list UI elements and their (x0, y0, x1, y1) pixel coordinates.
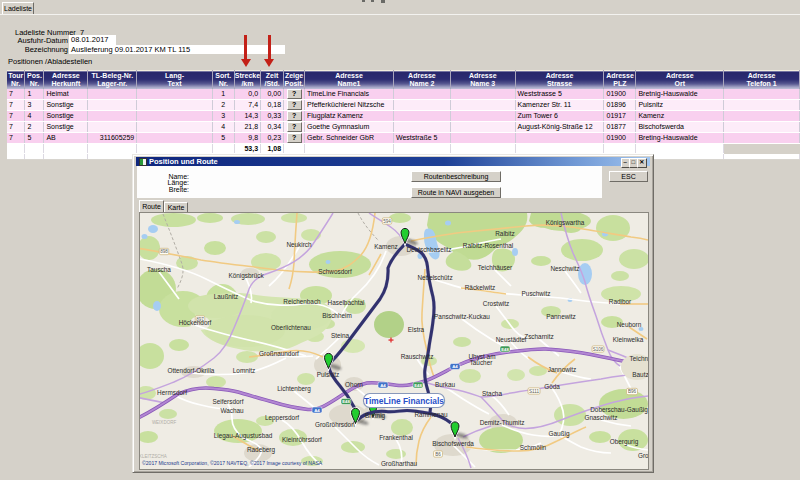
svg-text:Bautzen: Bautzen (632, 371, 648, 378)
svg-text:Burkau: Burkau (435, 381, 456, 388)
svg-text:Stacha: Stacha (482, 390, 502, 397)
svg-text:Kamenz: Kamenz (374, 243, 397, 250)
svg-text:Pannewitz: Pannewitz (546, 313, 576, 320)
svg-text:Ralbitz-Rosenthal: Ralbitz-Rosenthal (463, 242, 513, 249)
svg-text:TimeLine Financials: TimeLine Financials (364, 396, 444, 406)
svg-text:Neukirch: Neukirch (286, 241, 312, 248)
svg-text:Demitz-Thumitz: Demitz-Thumitz (480, 419, 525, 426)
svg-text:A4: A4 (380, 383, 386, 388)
svg-text:Laußnitz: Laußnitz (214, 293, 239, 300)
svg-text:Steina: Steina (331, 332, 350, 339)
svg-text:Crostwitz: Crostwitz (483, 300, 509, 307)
svg-text:Teichhäuser: Teichhäuser (478, 264, 513, 271)
svg-text:Neschwitz: Neschwitz (550, 265, 579, 272)
svg-text:S111: S111 (529, 389, 539, 394)
svg-text:Großröhrsdorf: Großröhrsdorf (315, 421, 355, 428)
svg-text:Ottendorf-Okrilla: Ottendorf-Okrilla (168, 367, 215, 374)
svg-text:Gnaschwitz: Gnaschwitz (584, 414, 617, 421)
svg-text:A4: A4 (452, 364, 458, 369)
svg-text:Räckelwitz: Räckelwitz (465, 284, 496, 291)
svg-text:Göda: Göda (544, 383, 560, 390)
svg-text:Hermsdorf: Hermsdorf (157, 389, 187, 396)
svg-text:Oberlichtenau: Oberlichtenau (271, 324, 311, 331)
svg-text:E48: E48 (414, 383, 422, 388)
svg-text:Seifersdorf: Seifersdorf (213, 398, 244, 405)
svg-text:Neustädtel: Neustädtel (496, 336, 527, 343)
svg-text:Neuborn: Neuborn (617, 321, 642, 328)
svg-text:Wachau: Wachau (220, 407, 244, 414)
svg-text:Radeberg: Radeberg (247, 446, 276, 454)
svg-text:Leppersdorf: Leppersdorf (265, 414, 299, 422)
svg-text:Ohorn: Ohorn (345, 381, 363, 388)
svg-text:Teichnitz: Teichnitz (630, 355, 648, 362)
svg-text:Kleinröhrsdorf: Kleinröhrsdorf (282, 436, 322, 443)
svg-text:WEIXDORF: WEIXDORF (152, 420, 177, 425)
svg-text:Ralbitz: Ralbitz (495, 230, 515, 237)
svg-text:S106: S106 (593, 347, 604, 352)
svg-text:©2017 Microsoft Corporation, ©: ©2017 Microsoft Corporation, ©2017 NAVTE… (142, 460, 323, 466)
svg-text:Königsbrück: Königsbrück (228, 272, 264, 280)
svg-text:KLEITZSCHA: KLEITZSCHA (140, 454, 167, 459)
svg-text:Höckendorf: Höckendorf (179, 319, 212, 326)
svg-text:Obergurig: Obergurig (610, 438, 639, 446)
svg-text:Jannowitz: Jannowitz (548, 366, 576, 373)
svg-text:Puschwitz: Puschwitz (522, 290, 551, 297)
svg-text:B96: B96 (628, 389, 637, 394)
svg-text:Lomnitz: Lomnitz (233, 367, 255, 374)
svg-text:Radibor: Radibor (609, 298, 632, 305)
svg-text:Tauscha: Tauscha (147, 266, 171, 273)
svg-text:Elstra: Elstra (408, 326, 425, 333)
svg-text:Gaußig: Gaußig (549, 430, 570, 438)
svg-text:Deutschbaselitz: Deutschbaselitz (406, 246, 451, 253)
svg-text:E48: E48 (501, 347, 509, 352)
svg-text:E48: E48 (342, 399, 350, 404)
svg-text:B6: B6 (435, 452, 441, 457)
svg-text:Schwosdorf: Schwosdorf (318, 268, 352, 275)
svg-text:Reichenbach: Reichenbach (283, 298, 321, 305)
svg-text:Bischheim: Bischheim (322, 312, 351, 319)
svg-text:Rammenau: Rammenau (414, 411, 447, 418)
svg-text:Taucher: Taucher (470, 359, 494, 366)
svg-text:Kleinwelka: Kleinwelka (613, 336, 644, 343)
svg-text:Schmölln: Schmölln (520, 444, 547, 451)
svg-text:Großh: Großh (638, 452, 648, 459)
svg-text:Großnaundorf: Großnaundorf (259, 350, 299, 357)
svg-text:Zscharnitz: Zscharnitz (524, 333, 553, 340)
svg-text:Rauschwitz: Rauschwitz (401, 353, 434, 360)
svg-text:Bretnig: Bretnig (365, 412, 386, 420)
svg-text:Haselbachtal: Haselbachtal (328, 299, 365, 306)
svg-text:Königswartha: Königswartha (546, 219, 585, 227)
svg-text:Pulsnitz: Pulsnitz (317, 371, 339, 378)
svg-text:A4: A4 (314, 408, 320, 413)
svg-text:Großharthau: Großharthau (381, 460, 418, 467)
svg-text:Lichtenberg: Lichtenberg (277, 385, 311, 393)
svg-text:Doberschau-Gaußig: Doberschau-Gaußig (590, 406, 648, 414)
svg-text:Liegau-Augustusbad: Liegau-Augustusbad (214, 432, 273, 440)
svg-text:594: 594 (383, 219, 391, 224)
svg-text:Bischofswerda: Bischofswerda (432, 440, 474, 447)
svg-text:Nebelschütz: Nebelschütz (417, 274, 452, 281)
svg-text:Frankenthal: Frankenthal (379, 434, 413, 441)
svg-text:898: 898 (160, 249, 168, 254)
svg-text:Panschwitz-Kuckau: Panschwitz-Kuckau (434, 313, 490, 320)
